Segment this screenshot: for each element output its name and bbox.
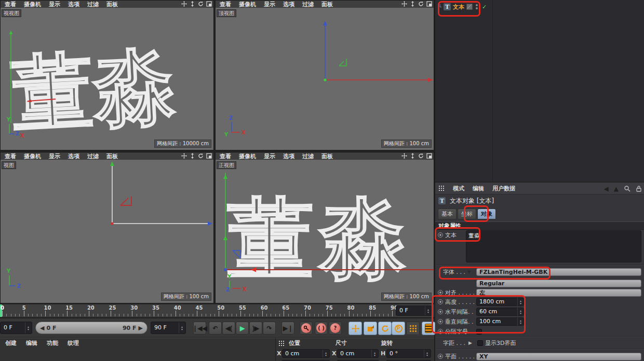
previous-key-button[interactable]: ↶ <box>209 322 222 335</box>
viewport-label[interactable]: 视视图 <box>2 9 21 17</box>
dolly-zoom-icon[interactable] <box>190 1 195 7</box>
viewport-label[interactable]: 视图 <box>2 161 16 169</box>
record-keyframe-button[interactable] <box>300 322 313 335</box>
section-object-properties[interactable]: 对象属性 <box>435 221 644 230</box>
rotate-view-icon[interactable] <box>198 1 204 7</box>
menu-view[interactable]: 查看 <box>220 1 231 8</box>
menu-edit[interactable]: 编辑 <box>26 339 37 347</box>
menu-view[interactable]: 查看 <box>5 152 16 160</box>
lock-icon[interactable] <box>636 185 642 192</box>
end-frame-field[interactable]: 90 F▴▾ <box>151 322 186 334</box>
goto-start-button[interactable]: ❘◀◀ <box>193 322 206 335</box>
timeline-window-button[interactable] <box>422 322 435 335</box>
text-input[interactable]: 董淼 <box>466 230 641 262</box>
viewport-label[interactable]: 顶视图 <box>217 9 236 17</box>
menu-panel[interactable]: 面板 <box>321 1 333 8</box>
search-icon[interactable] <box>624 185 630 192</box>
rotate-view-icon[interactable] <box>198 153 204 159</box>
anim-dot-height[interactable] <box>438 299 443 304</box>
menu-panel[interactable]: 面板 <box>106 152 118 160</box>
maximize-view-icon[interactable] <box>206 1 212 7</box>
next-frame-button[interactable]: )▶ <box>249 322 262 335</box>
object-name[interactable]: 文本 <box>453 3 464 11</box>
position-x-input[interactable]: 0 cm▴▾ <box>282 349 330 358</box>
viewport-canvas-right[interactable]: 视图 Y Z 网格间距 : 100 cm <box>1 160 213 303</box>
previous-frame-button[interactable]: ◀( <box>222 322 235 335</box>
menu-options[interactable]: 选项 <box>68 1 79 8</box>
anim-dot-align[interactable] <box>438 290 443 295</box>
current-frame-field[interactable]: 0 F▴▾ <box>0 322 32 334</box>
anim-dot-text[interactable] <box>438 232 443 238</box>
key-parameter-toggle[interactable]: P <box>392 322 405 335</box>
menu-edit[interactable]: 编辑 <box>473 185 484 192</box>
font-dropdown[interactable]: FZLanTingHei-M-GBK <box>476 268 641 276</box>
pan-icon[interactable] <box>401 1 407 7</box>
menu-panel[interactable]: 面板 <box>106 1 118 8</box>
menu-display[interactable]: 显示 <box>264 152 275 160</box>
dolly-zoom-icon[interactable] <box>410 1 415 7</box>
tab-coordinates[interactable]: 坐标 <box>458 209 476 219</box>
hspacing-spinner[interactable]: ▴▾ <box>517 308 524 316</box>
rotation-h-input[interactable]: 0 °▴▾ <box>386 349 431 358</box>
key-scale-toggle[interactable] <box>364 322 377 335</box>
keyframe-selection-button[interactable]: ? <box>329 322 342 335</box>
object-item-text[interactable]: └ T 文本 ✓ <box>438 2 487 11</box>
font-menu-arrow-icon[interactable]: ▼ <box>467 270 471 274</box>
separate-letters-checkbox[interactable] <box>476 329 482 335</box>
tab-basic[interactable]: 基本 <box>438 209 457 219</box>
menu-view[interactable]: 查看 <box>5 1 16 8</box>
menu-view[interactable]: 查看 <box>220 152 231 160</box>
rotation-h-spinner[interactable]: ▴▾ <box>424 350 430 357</box>
rotate-view-icon[interactable] <box>418 153 424 159</box>
autokey-button[interactable]: ( ) <box>315 322 328 335</box>
range-right-arrow-icon[interactable]: ▶ <box>139 325 143 331</box>
timeline-ruler[interactable]: 051015202530354045505560657075808590 0 F… <box>0 304 434 317</box>
show-3d-gui-checkbox[interactable] <box>477 340 483 346</box>
goto-end-button[interactable]: ▶❘ <box>281 322 294 335</box>
key-pla-toggle[interactable] <box>406 322 420 335</box>
rotate-view-icon[interactable] <box>418 1 424 7</box>
current-frame-spinner[interactable]: ▴▾ <box>25 322 31 334</box>
anim-dot-hspacing[interactable] <box>438 309 443 314</box>
menu-filter[interactable]: 过滤 <box>302 1 314 8</box>
anim-dot-vspacing[interactable] <box>438 319 443 324</box>
expand-arrow-icon[interactable]: ▶ <box>468 340 472 345</box>
menu-filter[interactable]: 过滤 <box>87 152 99 160</box>
menu-camera[interactable]: 摄像机 <box>239 152 256 160</box>
menu-options[interactable]: 选项 <box>283 152 294 160</box>
vspacing-spinner[interactable]: ▴▾ <box>517 317 524 326</box>
history-back-icon[interactable]: ◀ <box>604 185 609 192</box>
dolly-zoom-icon[interactable] <box>190 153 195 159</box>
panel-handle-icon[interactable] <box>278 340 285 346</box>
menu-filter[interactable]: 过滤 <box>87 1 99 8</box>
maximize-view-icon[interactable] <box>206 153 212 159</box>
menu-filter[interactable]: 过滤 <box>302 152 314 160</box>
end-frame-spinner[interactable]: ▴▾ <box>179 322 185 334</box>
key-rotation-toggle[interactable] <box>378 322 392 335</box>
menu-camera[interactable]: 摄像机 <box>24 1 41 8</box>
next-key-button[interactable]: ↷ <box>263 322 276 335</box>
menu-mode[interactable]: 模式 <box>453 185 464 192</box>
anim-dot-plane[interactable] <box>438 354 443 359</box>
visibility-dots-icon[interactable] <box>476 4 478 9</box>
key-position-toggle[interactable] <box>348 322 362 335</box>
plane-dropdown[interactable]: XY <box>476 353 641 360</box>
panel-handle-icon[interactable] <box>438 185 445 191</box>
pan-icon[interactable] <box>401 153 407 159</box>
font-style-dropdown[interactable]: Regular <box>476 280 641 287</box>
menu-create[interactable]: 创建 <box>5 339 17 347</box>
align-dropdown[interactable]: 左 <box>476 289 641 297</box>
range-left-arrow-icon[interactable]: ◀ <box>40 325 44 331</box>
play-button[interactable]: ▶ <box>236 322 249 335</box>
anim-dot-separate[interactable] <box>438 329 443 334</box>
pan-icon[interactable] <box>181 153 187 159</box>
size-x-spinner[interactable]: ▴▾ <box>371 350 378 357</box>
maximize-view-icon[interactable] <box>426 1 432 7</box>
history-up-icon[interactable]: ▲ <box>614 185 619 192</box>
frame-field[interactable]: 0 F▴▾ <box>396 306 432 316</box>
menu-display[interactable]: 显示 <box>49 1 60 8</box>
viewport-label[interactable]: 正视图 <box>217 161 236 169</box>
maximize-view-icon[interactable] <box>426 153 432 159</box>
menu-camera[interactable]: 摄像机 <box>239 1 256 8</box>
menu-options[interactable]: 选项 <box>68 152 79 160</box>
